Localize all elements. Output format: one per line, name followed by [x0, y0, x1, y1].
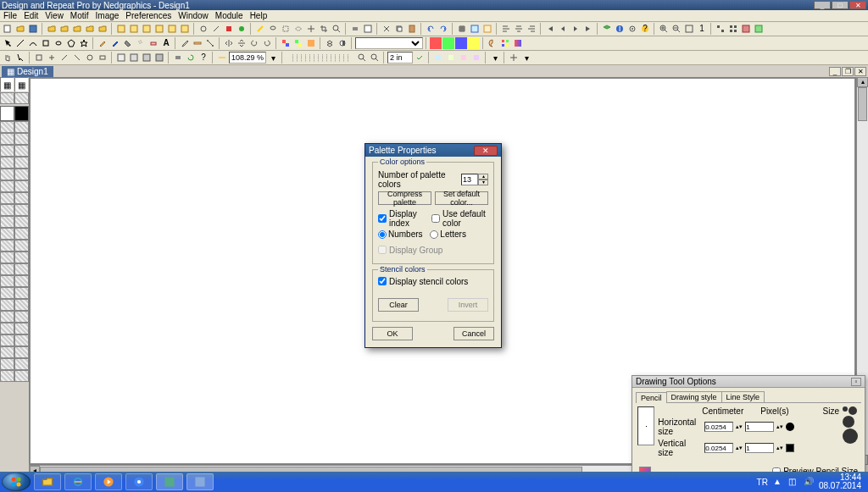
next-icon[interactable]: [570, 23, 581, 35]
folder-icon[interactable]: [46, 23, 58, 35]
last-icon[interactable]: [582, 23, 594, 35]
folder3-icon[interactable]: [71, 23, 83, 35]
tray-volume-icon[interactable]: 🔊: [804, 477, 814, 487]
tool-i-icon[interactable]: [223, 23, 235, 35]
folder4-icon[interactable]: [84, 23, 96, 35]
palette-swatch[interactable]: [0, 323, 14, 334]
repeat-d-icon[interactable]: [753, 23, 765, 35]
color-b-icon[interactable]: [442, 37, 454, 49]
palette-swatch[interactable]: [0, 275, 14, 287]
menu-file[interactable]: File: [3, 11, 17, 20]
vsize-cm-input[interactable]: [704, 443, 733, 453]
use-default-color-checkbox[interactable]: [431, 214, 440, 223]
compress-palette-button[interactable]: Compress palette: [378, 191, 431, 205]
menu-edit[interactable]: Edit: [24, 11, 38, 20]
gradient-icon[interactable]: [512, 37, 524, 49]
palette-swatch[interactable]: [14, 299, 29, 311]
rot-r-icon[interactable]: [261, 37, 273, 49]
palette-swatch[interactable]: [0, 92, 14, 104]
hand-icon[interactable]: [2, 52, 14, 64]
fg-color-swatch[interactable]: ▦: [0, 77, 14, 92]
hsize-px-input[interactable]: [745, 422, 774, 432]
zoom-out2-icon[interactable]: [369, 52, 381, 64]
task-app-2[interactable]: [186, 473, 214, 490]
doc-close-button[interactable]: ✕: [854, 67, 866, 76]
num-colors-input[interactable]: [461, 174, 478, 185]
menu-module[interactable]: Module: [215, 11, 243, 20]
grid4-icon[interactable]: [508, 52, 520, 64]
cut-icon[interactable]: [381, 23, 392, 35]
palette-swatch[interactable]: [0, 287, 14, 299]
repeat-b-icon[interactable]: [727, 23, 739, 35]
crop-icon[interactable]: [318, 23, 330, 35]
palette-icon[interactable]: [487, 37, 498, 49]
palette-swatch[interactable]: [14, 133, 29, 145]
t3-dropdown-icon[interactable]: ▾: [489, 52, 501, 64]
spray-icon[interactable]: [135, 37, 147, 49]
tool-f-icon[interactable]: [179, 23, 191, 35]
palette-swatch[interactable]: [0, 346, 14, 358]
layers-icon[interactable]: [601, 23, 613, 35]
palette-swatch[interactable]: [14, 346, 29, 358]
display-index-checkbox[interactable]: [378, 214, 387, 223]
palette-swatch[interactable]: [0, 145, 14, 157]
palette-swatch[interactable]: [14, 228, 29, 240]
set-default-color-button[interactable]: Set default color...: [435, 191, 488, 205]
flip-h-icon[interactable]: [223, 37, 235, 49]
color-bg[interactable]: [14, 106, 29, 121]
line-icon[interactable]: [14, 37, 26, 49]
close-button[interactable]: ✕: [849, 1, 866, 9]
palette-swatch[interactable]: [14, 145, 29, 157]
bg-color-swatch[interactable]: ▦: [14, 77, 29, 92]
print-icon[interactable]: [349, 23, 361, 35]
save-icon[interactable]: [27, 23, 39, 35]
sel-rect-icon[interactable]: [280, 23, 292, 35]
document-tab[interactable]: ▦ Design1: [2, 66, 53, 77]
tool-e-icon[interactable]: [166, 23, 178, 35]
pick-icon[interactable]: [14, 52, 26, 64]
menu-image[interactable]: Image: [96, 11, 120, 20]
palette-swatch[interactable]: [14, 311, 29, 323]
rect-icon[interactable]: [40, 37, 52, 49]
palette-swatch[interactable]: [0, 180, 14, 192]
pattern-c-icon[interactable]: [305, 37, 317, 49]
t3-e-icon[interactable]: [84, 52, 96, 64]
zoom-icon[interactable]: [331, 23, 342, 35]
clear-button[interactable]: Clear: [378, 298, 419, 312]
palette-swatch[interactable]: [14, 358, 29, 370]
palette-swatch[interactable]: [14, 370, 29, 382]
copy-icon[interactable]: [393, 23, 405, 35]
ok-button[interactable]: OK: [372, 327, 413, 340]
t3-n-icon[interactable]: [470, 52, 482, 64]
mask-icon[interactable]: [337, 37, 348, 49]
pattern-a-icon[interactable]: [280, 37, 292, 49]
minimize-button[interactable]: _: [814, 1, 831, 9]
palette-swatch[interactable]: [0, 263, 14, 275]
palette-swatch[interactable]: [14, 263, 29, 275]
first-icon[interactable]: [544, 23, 556, 35]
scroll-thumb[interactable]: [858, 87, 867, 121]
layer-select[interactable]: [355, 37, 423, 49]
color-c-icon[interactable]: [455, 37, 467, 49]
palette-swatch[interactable]: [0, 169, 14, 180]
cancel-button[interactable]: Cancel: [453, 327, 494, 340]
wand-icon[interactable]: [254, 23, 266, 35]
palette-swatch[interactable]: [14, 121, 29, 133]
t3-a-icon[interactable]: [33, 52, 45, 64]
palette-swatch[interactable]: [0, 133, 14, 145]
tool-g-icon[interactable]: [198, 23, 209, 35]
doc-minimize-button[interactable]: _: [829, 67, 841, 76]
start-button[interactable]: [2, 473, 31, 491]
display-stencil-checkbox[interactable]: [378, 277, 387, 285]
layers2-icon[interactable]: [324, 37, 336, 49]
polygon-icon[interactable]: [65, 37, 77, 49]
curve-icon[interactable]: [27, 37, 39, 49]
palette-swatch[interactable]: [14, 252, 29, 263]
open-icon[interactable]: [14, 23, 26, 35]
tool-h-icon[interactable]: [210, 23, 222, 35]
new-icon[interactable]: [2, 23, 14, 35]
palette-swatch[interactable]: [14, 216, 29, 228]
grid3-icon[interactable]: [481, 23, 493, 35]
tool-j-icon[interactable]: [236, 23, 248, 35]
task-ie[interactable]: [64, 473, 92, 490]
